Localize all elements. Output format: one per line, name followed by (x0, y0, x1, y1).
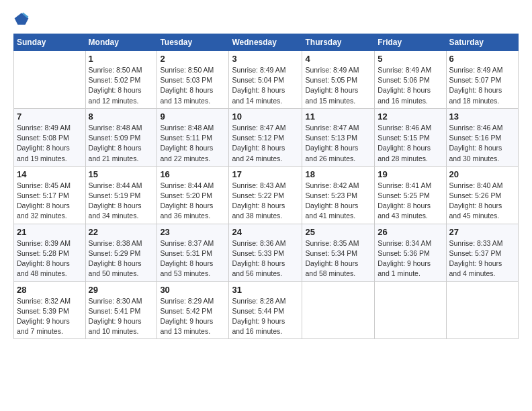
day-info: Sunrise: 8:46 AM Sunset: 5:15 PM Dayligh… (378, 123, 443, 164)
day-cell: 22Sunrise: 8:38 AM Sunset: 5:29 PM Dayli… (85, 224, 157, 281)
day-cell: 10Sunrise: 8:47 AM Sunset: 5:12 PM Dayli… (229, 108, 302, 166)
col-header-saturday: Saturday (446, 34, 518, 51)
day-cell: 30Sunrise: 8:29 AM Sunset: 5:42 PM Dayli… (157, 281, 229, 339)
day-info: Sunrise: 8:28 AM Sunset: 5:44 PM Dayligh… (232, 296, 299, 337)
day-info: Sunrise: 8:36 AM Sunset: 5:33 PM Dayligh… (232, 238, 299, 279)
day-number: 21 (17, 227, 83, 237)
day-cell: 2Sunrise: 8:50 AM Sunset: 5:03 PM Daylig… (157, 51, 229, 109)
day-number: 27 (449, 227, 515, 237)
col-header-monday: Monday (85, 34, 157, 51)
day-cell: 7Sunrise: 8:49 AM Sunset: 5:08 PM Daylig… (14, 108, 86, 166)
day-number: 20 (449, 169, 515, 179)
logo-icon (13, 11, 30, 27)
day-cell: 19Sunrise: 8:41 AM Sunset: 5:25 PM Dayli… (375, 166, 446, 224)
day-info: Sunrise: 8:41 AM Sunset: 5:25 PM Dayligh… (378, 181, 443, 222)
day-info: Sunrise: 8:42 AM Sunset: 5:23 PM Dayligh… (305, 181, 371, 222)
day-cell: 14Sunrise: 8:45 AM Sunset: 5:17 PM Dayli… (14, 166, 86, 224)
day-number: 2 (160, 54, 226, 64)
col-header-wednesday: Wednesday (229, 34, 302, 51)
day-number: 7 (17, 111, 83, 122)
day-info: Sunrise: 8:45 AM Sunset: 5:17 PM Dayligh… (17, 181, 83, 222)
day-number: 25 (305, 227, 371, 237)
day-number: 10 (232, 111, 299, 122)
day-number: 30 (160, 285, 226, 295)
day-number: 16 (160, 169, 226, 179)
day-cell: 16Sunrise: 8:44 AM Sunset: 5:20 PM Dayli… (157, 166, 229, 224)
day-cell: 1Sunrise: 8:50 AM Sunset: 5:02 PM Daylig… (85, 51, 157, 109)
day-info: Sunrise: 8:30 AM Sunset: 5:41 PM Dayligh… (89, 296, 154, 337)
day-info: Sunrise: 8:49 AM Sunset: 5:06 PM Dayligh… (378, 65, 443, 106)
day-cell: 15Sunrise: 8:44 AM Sunset: 5:19 PM Dayli… (85, 166, 157, 224)
day-cell (446, 281, 518, 339)
day-info: Sunrise: 8:50 AM Sunset: 5:03 PM Dayligh… (160, 65, 226, 106)
day-info: Sunrise: 8:38 AM Sunset: 5:29 PM Dayligh… (89, 238, 154, 279)
day-info: Sunrise: 8:39 AM Sunset: 5:28 PM Dayligh… (17, 238, 83, 279)
calendar-table: SundayMondayTuesdayWednesdayThursdayFrid… (13, 34, 519, 339)
day-info: Sunrise: 8:46 AM Sunset: 5:16 PM Dayligh… (449, 123, 515, 164)
day-number: 23 (160, 227, 226, 237)
col-header-thursday: Thursday (302, 34, 375, 51)
day-number: 14 (17, 169, 83, 179)
day-number: 8 (89, 111, 154, 122)
day-cell (14, 51, 86, 109)
day-cell: 17Sunrise: 8:43 AM Sunset: 5:22 PM Dayli… (229, 166, 302, 224)
week-row-5: 28Sunrise: 8:32 AM Sunset: 5:39 PM Dayli… (14, 281, 519, 339)
day-number: 18 (305, 169, 371, 179)
day-info: Sunrise: 8:44 AM Sunset: 5:20 PM Dayligh… (160, 181, 226, 222)
day-info: Sunrise: 8:49 AM Sunset: 5:05 PM Dayligh… (305, 65, 371, 106)
week-row-3: 14Sunrise: 8:45 AM Sunset: 5:17 PM Dayli… (14, 166, 519, 224)
day-cell: 3Sunrise: 8:49 AM Sunset: 5:04 PM Daylig… (229, 51, 302, 109)
page: SundayMondayTuesdayWednesdayThursdayFrid… (0, 0, 532, 411)
day-number: 24 (232, 227, 299, 237)
day-number: 1 (89, 54, 154, 64)
day-cell: 8Sunrise: 8:48 AM Sunset: 5:09 PM Daylig… (85, 108, 157, 166)
day-info: Sunrise: 8:43 AM Sunset: 5:22 PM Dayligh… (232, 181, 299, 222)
day-cell: 4Sunrise: 8:49 AM Sunset: 5:05 PM Daylig… (302, 51, 375, 109)
day-number: 12 (378, 111, 443, 122)
day-cell: 28Sunrise: 8:32 AM Sunset: 5:39 PM Dayli… (14, 281, 86, 339)
day-info: Sunrise: 8:49 AM Sunset: 5:04 PM Dayligh… (232, 65, 299, 106)
week-row-4: 21Sunrise: 8:39 AM Sunset: 5:28 PM Dayli… (14, 224, 519, 281)
day-cell: 12Sunrise: 8:46 AM Sunset: 5:15 PM Dayli… (375, 108, 446, 166)
day-cell: 29Sunrise: 8:30 AM Sunset: 5:41 PM Dayli… (85, 281, 157, 339)
day-cell: 23Sunrise: 8:37 AM Sunset: 5:31 PM Dayli… (157, 224, 229, 281)
col-header-friday: Friday (375, 34, 446, 51)
day-number: 29 (89, 285, 154, 295)
day-cell: 25Sunrise: 8:35 AM Sunset: 5:34 PM Dayli… (302, 224, 375, 281)
day-number: 13 (449, 111, 515, 122)
day-cell: 27Sunrise: 8:33 AM Sunset: 5:37 PM Dayli… (446, 224, 518, 281)
week-row-2: 7Sunrise: 8:49 AM Sunset: 5:08 PM Daylig… (14, 108, 519, 166)
day-info: Sunrise: 8:33 AM Sunset: 5:37 PM Dayligh… (449, 238, 515, 279)
logo (13, 11, 31, 27)
day-number: 31 (232, 285, 299, 295)
day-info: Sunrise: 8:50 AM Sunset: 5:02 PM Dayligh… (89, 65, 154, 106)
day-info: Sunrise: 8:44 AM Sunset: 5:19 PM Dayligh… (89, 181, 154, 222)
header (13, 11, 519, 27)
day-cell (375, 281, 446, 339)
day-cell: 18Sunrise: 8:42 AM Sunset: 5:23 PM Dayli… (302, 166, 375, 224)
day-cell: 9Sunrise: 8:48 AM Sunset: 5:11 PM Daylig… (157, 108, 229, 166)
day-info: Sunrise: 8:37 AM Sunset: 5:31 PM Dayligh… (160, 238, 226, 279)
day-number: 11 (305, 111, 371, 122)
col-header-sunday: Sunday (14, 34, 86, 51)
day-info: Sunrise: 8:35 AM Sunset: 5:34 PM Dayligh… (305, 238, 371, 279)
col-header-tuesday: Tuesday (157, 34, 229, 51)
day-info: Sunrise: 8:47 AM Sunset: 5:13 PM Dayligh… (305, 123, 371, 164)
day-info: Sunrise: 8:47 AM Sunset: 5:12 PM Dayligh… (232, 123, 299, 164)
day-number: 9 (160, 111, 226, 122)
day-info: Sunrise: 8:48 AM Sunset: 5:11 PM Dayligh… (160, 123, 226, 164)
day-cell: 26Sunrise: 8:34 AM Sunset: 5:36 PM Dayli… (375, 224, 446, 281)
day-cell (302, 281, 375, 339)
header-row: SundayMondayTuesdayWednesdayThursdayFrid… (14, 34, 519, 51)
day-number: 22 (89, 227, 154, 237)
day-info: Sunrise: 8:40 AM Sunset: 5:26 PM Dayligh… (449, 181, 515, 222)
day-cell: 31Sunrise: 8:28 AM Sunset: 5:44 PM Dayli… (229, 281, 302, 339)
day-number: 4 (305, 54, 371, 64)
day-number: 26 (378, 227, 443, 237)
day-cell: 21Sunrise: 8:39 AM Sunset: 5:28 PM Dayli… (14, 224, 86, 281)
day-number: 28 (17, 285, 83, 295)
day-info: Sunrise: 8:32 AM Sunset: 5:39 PM Dayligh… (17, 296, 83, 337)
day-number: 17 (232, 169, 299, 179)
day-info: Sunrise: 8:34 AM Sunset: 5:36 PM Dayligh… (378, 238, 443, 279)
day-cell: 11Sunrise: 8:47 AM Sunset: 5:13 PM Dayli… (302, 108, 375, 166)
